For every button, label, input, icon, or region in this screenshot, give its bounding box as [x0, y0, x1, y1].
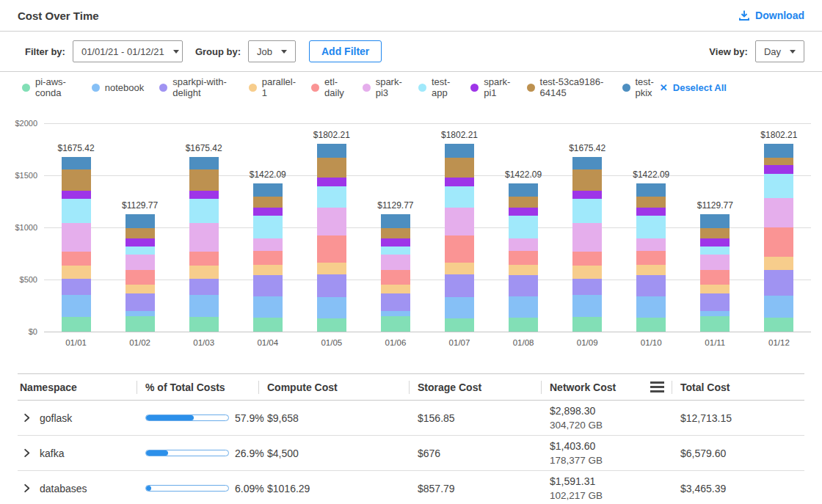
stacked-bar-01/09[interactable] [572, 157, 602, 332]
bar-segment-test-app[interactable] [317, 186, 346, 208]
bar-segment-spark-pi3[interactable] [253, 238, 283, 251]
deselect-all-button[interactable]: ✕ Deselect All [660, 82, 727, 93]
bar-segment-parallel-1[interactable] [126, 285, 155, 294]
bar-segment-pi-aws-conda[interactable] [253, 318, 283, 332]
bar-segment-notebook[interactable] [126, 311, 155, 317]
bar-segment-parallel-1[interactable] [509, 265, 538, 275]
bar-segment-test-app[interactable] [636, 216, 666, 238]
bar-segment-test-pkix[interactable] [62, 157, 91, 169]
bar-segment-spark-pi1[interactable] [253, 208, 283, 216]
legend-item-sparkpi-with-delight[interactable]: sparkpi-with-delight [159, 76, 233, 98]
add-filter-button[interactable]: Add Filter [309, 40, 382, 62]
bar-segment-spark-pi3[interactable] [317, 208, 346, 235]
bar-segment-spark-pi3[interactable] [700, 255, 730, 270]
bar-segment-spark-pi1[interactable] [764, 165, 793, 174]
table-row-kafka[interactable]: kafka26.9%$4,500$676$1,403.60178,377 GB$… [18, 436, 804, 471]
bar-segment-parallel-1[interactable] [572, 266, 602, 278]
bar-segment-pi-aws-conda[interactable] [764, 318, 793, 332]
bar-segment-test-53ca9186-64145[interactable] [509, 197, 538, 208]
bar-segment-pi-aws-conda[interactable] [62, 317, 91, 332]
bar-segment-test-app[interactable] [381, 246, 410, 255]
bar-segment-parallel-1[interactable] [62, 266, 91, 278]
table-row-databases[interactable]: databases6.09%$1016.29$857.79$1,591.3110… [18, 471, 804, 504]
column-menu-icon[interactable] [650, 381, 664, 392]
legend-item-notebook[interactable]: notebook [92, 82, 145, 93]
stacked-bar-01/02[interactable] [126, 214, 155, 332]
bar-segment-pi-aws-conda[interactable] [317, 318, 346, 332]
bar-segment-etl-daily[interactable] [509, 251, 538, 265]
bar-segment-notebook[interactable] [381, 311, 410, 317]
bar-segment-test-app[interactable] [253, 216, 283, 238]
bar-segment-etl-daily[interactable] [381, 270, 410, 285]
stacked-bar-01/04[interactable] [253, 183, 283, 332]
bar-segment-parallel-1[interactable] [636, 265, 666, 275]
expand-chevron-icon[interactable] [22, 448, 32, 458]
stacked-bar-01/06[interactable] [381, 214, 410, 332]
bar-segment-pi-aws-conda[interactable] [189, 317, 219, 332]
legend-item-spark-pi3[interactable]: spark-pi3 [363, 76, 403, 98]
bar-segment-etl-daily[interactable] [572, 252, 602, 266]
bar-segment-sparkpi-with-delight[interactable] [317, 274, 346, 297]
bar-segment-pi-aws-conda[interactable] [445, 318, 474, 332]
bar-segment-test-pkix[interactable] [700, 214, 730, 229]
bar-segment-test-53ca9186-64145[interactable] [700, 228, 730, 238]
bar-segment-spark-pi1[interactable] [445, 178, 474, 186]
bar-segment-etl-daily[interactable] [189, 252, 219, 266]
bar-segment-notebook[interactable] [445, 297, 474, 318]
bar-segment-spark-pi1[interactable] [509, 208, 538, 216]
bar-segment-spark-pi3[interactable] [445, 208, 474, 235]
legend-item-parallel-1[interactable]: parallel-1 [249, 76, 296, 98]
bar-segment-etl-daily[interactable] [126, 270, 155, 285]
bar-segment-etl-daily[interactable] [700, 270, 730, 285]
bar-segment-parallel-1[interactable] [700, 285, 730, 294]
bar-segment-test-53ca9186-64145[interactable] [126, 228, 155, 238]
stacked-bar-01/10[interactable] [636, 183, 666, 332]
stacked-bar-01/01[interactable] [62, 157, 91, 332]
bar-segment-pi-aws-conda[interactable] [126, 316, 155, 332]
bar-segment-parallel-1[interactable] [381, 285, 410, 294]
bar-segment-spark-pi3[interactable] [381, 255, 410, 270]
bar-segment-test-app[interactable] [189, 199, 219, 223]
bar-segment-pi-aws-conda[interactable] [381, 316, 410, 332]
bar-segment-spark-pi1[interactable] [126, 238, 155, 246]
bar-segment-test-pkix[interactable] [445, 144, 474, 158]
bar-segment-test-pkix[interactable] [189, 157, 219, 169]
bar-segment-test-pkix[interactable] [317, 144, 346, 158]
bar-segment-spark-pi3[interactable] [636, 238, 666, 251]
stacked-bar-01/05[interactable] [317, 144, 346, 332]
download-button[interactable]: Download [738, 10, 804, 21]
group-by-select[interactable]: Job [248, 40, 296, 62]
bar-segment-parallel-1[interactable] [253, 265, 283, 275]
bar-segment-notebook[interactable] [572, 295, 602, 317]
bar-segment-etl-daily[interactable] [636, 251, 666, 265]
bar-segment-spark-pi1[interactable] [62, 191, 91, 198]
bar-segment-test-app[interactable] [572, 199, 602, 223]
stacked-bar-01/11[interactable] [700, 214, 730, 332]
bar-segment-test-pkix[interactable] [126, 214, 155, 229]
bar-segment-test-53ca9186-64145[interactable] [445, 158, 474, 178]
bar-segment-notebook[interactable] [62, 295, 91, 317]
bar-segment-sparkpi-with-delight[interactable] [126, 293, 155, 310]
bar-segment-sparkpi-with-delight[interactable] [700, 293, 730, 310]
legend-item-test-53ca9186-64145[interactable]: test-53ca9186-64145 [527, 76, 607, 98]
stacked-bar-01/08[interactable] [509, 183, 538, 332]
bar-segment-spark-pi1[interactable] [636, 208, 666, 216]
bar-segment-sparkpi-with-delight[interactable] [381, 293, 410, 310]
bar-segment-parallel-1[interactable] [764, 257, 793, 270]
bar-segment-etl-daily[interactable] [445, 235, 474, 262]
bar-segment-pi-aws-conda[interactable] [572, 317, 602, 332]
legend-item-etl-daily[interactable]: etl-daily [311, 76, 347, 98]
bar-segment-spark-pi3[interactable] [62, 223, 91, 252]
bar-segment-spark-pi3[interactable] [126, 255, 155, 270]
bar-segment-test-app[interactable] [445, 186, 474, 208]
bar-segment-spark-pi1[interactable] [572, 191, 602, 198]
date-range-select[interactable]: 01/01/21 - 01/12/21 [73, 40, 183, 62]
bar-segment-notebook[interactable] [253, 296, 283, 318]
bar-segment-notebook[interactable] [317, 297, 346, 318]
stacked-bar-01/03[interactable] [189, 157, 219, 332]
bar-segment-test-pkix[interactable] [381, 214, 410, 229]
bar-segment-sparkpi-with-delight[interactable] [445, 274, 474, 297]
bar-segment-test-53ca9186-64145[interactable] [62, 169, 91, 191]
bar-segment-notebook[interactable] [700, 311, 730, 317]
bar-segment-sparkpi-with-delight[interactable] [189, 279, 219, 295]
